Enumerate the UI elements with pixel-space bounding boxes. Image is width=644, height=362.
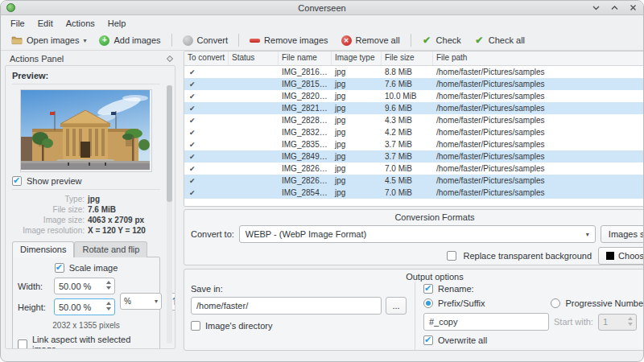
overwrite-all-label: Overwrite all xyxy=(438,335,487,345)
convert-button[interactable]: Convert xyxy=(177,33,234,48)
menu-edit[interactable]: Edit xyxy=(31,17,60,30)
start-with-spinner[interactable]: 1 xyxy=(598,314,637,331)
unit-select[interactable]: % ▾ xyxy=(120,293,162,310)
show-preview-checkbox[interactable] xyxy=(12,176,22,186)
width-spinner[interactable]: 50.00 % xyxy=(54,278,115,294)
table-cell: /home/faster/Pictures/samples xyxy=(433,162,644,175)
to-convert-cell: ✔ xyxy=(184,187,229,199)
table-cell xyxy=(229,187,279,199)
progressive-number-radio[interactable] xyxy=(551,298,560,308)
header-file-name[interactable]: File name xyxy=(279,51,332,65)
table-cell: 9.6 MiB xyxy=(382,102,433,114)
images-directory-checkbox[interactable] xyxy=(191,321,200,331)
table-row[interactable]: ✔IMG_2828.jpgjpg4.3 MiB/home/faster/Pict… xyxy=(184,114,644,126)
prefix-suffix-radio[interactable] xyxy=(423,298,433,308)
toolbar: Open images ▾ + Add images Convert Remov… xyxy=(1,31,643,51)
minimize-icon[interactable] xyxy=(592,3,601,12)
header-file-path[interactable]: File path xyxy=(433,51,644,65)
table-cell xyxy=(229,114,279,126)
remove-all-button[interactable]: ✕ Remove all xyxy=(336,33,406,48)
table-row[interactable]: ✔IMG_2820.jpgjpg10.0 MiB/home/faster/Pic… xyxy=(184,90,644,102)
checked-icon: ✔ xyxy=(189,129,196,137)
table-cell: /home/faster/Pictures/samples xyxy=(433,150,644,162)
file-size-value: 7.6 MiB xyxy=(88,205,160,214)
menu-bar: File Edit Actions Help xyxy=(1,15,643,31)
images-settings-button[interactable]: Images settings xyxy=(601,225,644,243)
table-row[interactable]: ✔IMG_2826.jpgjpg7.0 MiB/home/faster/Pict… xyxy=(184,162,644,175)
toolbar-separator xyxy=(171,34,172,47)
checked-icon: ✔ xyxy=(189,189,196,197)
table-cell: /home/faster/Pictures/samples xyxy=(433,187,644,199)
header-image-type[interactable]: Image type xyxy=(332,51,382,65)
remove-icon xyxy=(250,35,260,46)
table-cell xyxy=(229,102,279,114)
table-cell: jpg xyxy=(332,90,382,102)
close-icon[interactable] xyxy=(629,3,638,12)
table-cell: jpg xyxy=(332,126,382,138)
table-cell xyxy=(229,66,279,78)
save-in-input[interactable] xyxy=(191,297,382,315)
open-images-button[interactable]: Open images ▾ xyxy=(6,33,92,47)
menu-file[interactable]: File xyxy=(4,17,31,30)
rename-label: Rename: xyxy=(438,284,474,294)
table-row[interactable]: ✔IMG_2832.jpgjpg4.2 MiB/home/faster/Pict… xyxy=(184,126,644,138)
check-all-button[interactable]: ✔ Check all xyxy=(469,33,530,48)
check-button[interactable]: ✔ Check xyxy=(416,33,467,48)
tab-dimensions[interactable]: Dimensions xyxy=(12,241,74,257)
to-convert-cell: ✔ xyxy=(184,66,229,78)
table-cell: 3.7 MiB xyxy=(382,138,433,150)
chevron-down-icon: ▾ xyxy=(83,37,86,44)
replace-background-checkbox[interactable] xyxy=(447,251,456,261)
table-cell: /home/faster/Pictures/samples xyxy=(433,102,644,114)
output-options-group: Output options Save in: ... Image's dire… xyxy=(184,269,644,351)
table-row[interactable]: ✔IMG_2815.jpgjpg7.6 MiB/home/faster/Pict… xyxy=(184,78,644,90)
checked-icon: ✔ xyxy=(189,177,196,185)
menu-help[interactable]: Help xyxy=(101,17,133,30)
link-aspect-checkbox[interactable] xyxy=(18,339,27,349)
maximize-icon[interactable] xyxy=(610,3,619,12)
type-value: jpg xyxy=(88,195,160,204)
preview-label: Preview: xyxy=(12,71,160,80)
choose-color-button[interactable]: Choose color xyxy=(598,247,644,265)
to-convert-cell: ✔ xyxy=(184,102,229,114)
height-spinner[interactable]: 50.00 % xyxy=(54,298,115,315)
overwrite-all-checkbox[interactable] xyxy=(423,335,433,345)
header-file-size[interactable]: File size xyxy=(382,51,433,65)
images-directory-label: Image's directory xyxy=(205,321,272,331)
table-cell: IMG_2835.jpg xyxy=(279,138,332,150)
to-convert-cell: ✔ xyxy=(184,175,229,187)
table-cell: jpg xyxy=(332,187,382,199)
header-status[interactable]: Status xyxy=(229,51,279,65)
output-options-title: Output options xyxy=(184,269,644,282)
header-to-convert[interactable]: To convert xyxy=(184,51,229,65)
table-cell: /home/faster/Pictures/samples xyxy=(433,90,644,102)
menu-actions[interactable]: Actions xyxy=(60,17,101,30)
chevron-down-icon: ▾ xyxy=(586,231,589,238)
rename-pattern-input[interactable] xyxy=(423,313,549,331)
table-row[interactable]: ✔IMG_2821.jpgjpg9.6 MiB/home/faster/Pict… xyxy=(184,102,644,114)
scale-image-checkbox[interactable] xyxy=(55,263,64,273)
converseen-window: Converseen File Edit Actions Help Open i… xyxy=(0,0,644,362)
tab-rotate-flip[interactable]: Rotate and flip xyxy=(74,241,147,257)
rename-checkbox[interactable] xyxy=(423,284,433,294)
convert-to-label: Convert to: xyxy=(191,229,234,239)
table-row[interactable]: ✔IMG_2854-2.j…jpg7.0 MiB/home/faster/Pic… xyxy=(184,187,644,199)
browse-button[interactable]: ... xyxy=(386,297,407,315)
add-images-button[interactable]: + Add images xyxy=(93,33,166,48)
actions-panel: Actions Panel Preview: xyxy=(3,51,177,351)
table-row[interactable]: ✔IMG_2849.jpgjpg3.7 MiB/home/faster/Pict… xyxy=(184,150,644,162)
table-cell: 10.0 MiB xyxy=(382,90,433,102)
table-cell: jpg xyxy=(332,78,382,90)
actions-panel-body: Preview: xyxy=(5,65,175,349)
table-row[interactable]: ✔IMG_2826-M…jpg4.5 MiB/home/faster/Pictu… xyxy=(184,175,644,187)
checked-icon: ✔ xyxy=(189,93,196,101)
window-title: Converseen xyxy=(1,3,643,13)
table-row[interactable]: ✔IMG_2816.jpgjpg8.8 MiB/home/faster/Pict… xyxy=(184,66,644,78)
format-select[interactable]: WEBP - (WebP Image Format) ▾ xyxy=(239,225,596,243)
file-table: To convert Status File name Image type F… xyxy=(184,51,644,207)
file-table-body: ✔IMG_2816.jpgjpg8.8 MiB/home/faster/Pict… xyxy=(184,66,644,199)
remove-images-button[interactable]: Remove images xyxy=(244,33,333,48)
float-panel-icon[interactable] xyxy=(167,55,173,61)
table-row[interactable]: ✔IMG_2835.jpgjpg3.7 MiB/home/faster/Pict… xyxy=(184,138,644,150)
panel-scrollbar[interactable] xyxy=(167,85,172,343)
